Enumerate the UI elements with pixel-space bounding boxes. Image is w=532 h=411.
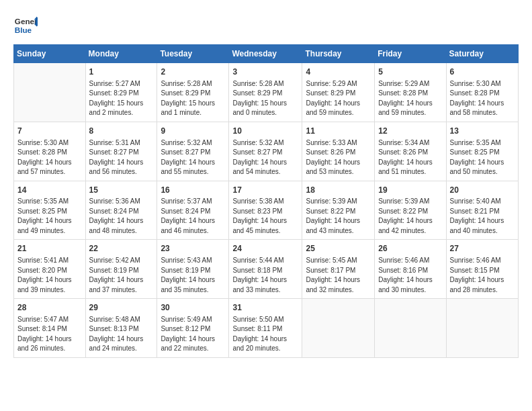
day-info: Sunrise: 5:40 AM Sunset: 8:21 PM Dayligh… <box>450 197 515 236</box>
calendar-cell <box>14 63 86 122</box>
calendar-cell: 25Sunrise: 5:45 AM Sunset: 8:17 PM Dayli… <box>302 240 375 299</box>
day-number: 3 <box>232 66 298 78</box>
calendar-header-row: SundayMondayTuesdayWednesdayThursdayFrid… <box>14 45 519 63</box>
column-header-tuesday: Tuesday <box>157 45 229 63</box>
column-header-sunday: Sunday <box>14 45 86 63</box>
day-number: 10 <box>232 126 298 137</box>
day-info: Sunrise: 5:36 AM Sunset: 8:24 PM Dayligh… <box>89 197 154 236</box>
day-info: Sunrise: 5:29 AM Sunset: 8:28 PM Dayligh… <box>378 79 442 118</box>
day-number: 7 <box>17 126 82 137</box>
day-info: Sunrise: 5:49 AM Sunset: 8:12 PM Dayligh… <box>161 315 225 354</box>
day-info: Sunrise: 5:41 AM Sunset: 8:20 PM Dayligh… <box>17 256 82 295</box>
day-info: Sunrise: 5:38 AM Sunset: 8:23 PM Dayligh… <box>232 197 298 236</box>
calendar-cell: 5Sunrise: 5:29 AM Sunset: 8:28 PM Daylig… <box>375 63 446 122</box>
day-number: 11 <box>306 126 371 137</box>
calendar-cell <box>375 299 446 358</box>
calendar-cell: 26Sunrise: 5:46 AM Sunset: 8:16 PM Dayli… <box>375 240 446 299</box>
calendar-cell: 4Sunrise: 5:29 AM Sunset: 8:29 PM Daylig… <box>302 63 375 122</box>
day-info: Sunrise: 5:29 AM Sunset: 8:29 PM Dayligh… <box>306 79 371 118</box>
day-number: 6 <box>450 66 515 78</box>
day-number: 15 <box>89 185 154 196</box>
day-number: 14 <box>17 185 82 196</box>
calendar-cell: 20Sunrise: 5:40 AM Sunset: 8:21 PM Dayli… <box>446 181 518 240</box>
calendar-cell: 12Sunrise: 5:34 AM Sunset: 8:26 PM Dayli… <box>375 122 446 181</box>
day-info: Sunrise: 5:28 AM Sunset: 8:29 PM Dayligh… <box>232 79 298 118</box>
calendar-cell: 21Sunrise: 5:41 AM Sunset: 8:20 PM Dayli… <box>14 240 86 299</box>
day-number: 1 <box>89 66 154 78</box>
day-info: Sunrise: 5:44 AM Sunset: 8:18 PM Dayligh… <box>232 256 298 295</box>
day-number: 23 <box>161 243 225 255</box>
calendar-cell: 18Sunrise: 5:39 AM Sunset: 8:22 PM Dayli… <box>302 181 375 240</box>
calendar-cell: 6Sunrise: 5:30 AM Sunset: 8:28 PM Daylig… <box>446 63 518 122</box>
day-number: 2 <box>161 66 225 78</box>
day-info: Sunrise: 5:32 AM Sunset: 8:27 PM Dayligh… <box>161 138 225 177</box>
day-number: 20 <box>450 185 515 196</box>
calendar-cell: 15Sunrise: 5:36 AM Sunset: 8:24 PM Dayli… <box>85 181 157 240</box>
calendar-cell: 14Sunrise: 5:35 AM Sunset: 8:25 PM Dayli… <box>14 181 86 240</box>
calendar-cell <box>302 299 375 358</box>
calendar-cell: 3Sunrise: 5:28 AM Sunset: 8:29 PM Daylig… <box>229 63 302 122</box>
day-info: Sunrise: 5:30 AM Sunset: 8:28 PM Dayligh… <box>17 138 82 177</box>
day-number: 5 <box>378 66 442 78</box>
day-info: Sunrise: 5:35 AM Sunset: 8:25 PM Dayligh… <box>17 197 82 236</box>
calendar-week-row: 28Sunrise: 5:47 AM Sunset: 8:14 PM Dayli… <box>14 299 519 358</box>
column-header-thursday: Thursday <box>302 45 375 63</box>
day-number: 25 <box>306 243 371 255</box>
day-info: Sunrise: 5:28 AM Sunset: 8:29 PM Dayligh… <box>161 79 225 118</box>
day-number: 19 <box>378 185 442 196</box>
day-number: 30 <box>161 302 225 314</box>
day-info: Sunrise: 5:43 AM Sunset: 8:19 PM Dayligh… <box>161 256 225 295</box>
day-number: 9 <box>161 126 225 137</box>
calendar-cell: 29Sunrise: 5:48 AM Sunset: 8:13 PM Dayli… <box>85 299 157 358</box>
column-header-wednesday: Wednesday <box>229 45 302 63</box>
calendar-cell: 31Sunrise: 5:50 AM Sunset: 8:11 PM Dayli… <box>229 299 302 358</box>
day-number: 21 <box>17 243 82 255</box>
calendar-week-row: 14Sunrise: 5:35 AM Sunset: 8:25 PM Dayli… <box>14 181 519 240</box>
calendar-cell: 19Sunrise: 5:39 AM Sunset: 8:22 PM Dayli… <box>375 181 446 240</box>
day-info: Sunrise: 5:37 AM Sunset: 8:24 PM Dayligh… <box>161 197 225 236</box>
day-number: 22 <box>89 243 154 255</box>
calendar-cell: 23Sunrise: 5:43 AM Sunset: 8:19 PM Dayli… <box>157 240 229 299</box>
day-number: 29 <box>89 302 154 314</box>
day-info: Sunrise: 5:48 AM Sunset: 8:13 PM Dayligh… <box>89 315 154 354</box>
day-info: Sunrise: 5:31 AM Sunset: 8:27 PM Dayligh… <box>89 138 154 177</box>
day-info: Sunrise: 5:47 AM Sunset: 8:14 PM Dayligh… <box>17 315 82 354</box>
calendar-week-row: 7Sunrise: 5:30 AM Sunset: 8:28 PM Daylig… <box>14 122 519 181</box>
svg-text:Blue: Blue <box>15 26 32 34</box>
calendar-cell: 2Sunrise: 5:28 AM Sunset: 8:29 PM Daylig… <box>157 63 229 122</box>
day-number: 18 <box>306 185 371 196</box>
day-number: 26 <box>378 243 442 255</box>
calendar-cell: 24Sunrise: 5:44 AM Sunset: 8:18 PM Dayli… <box>229 240 302 299</box>
day-number: 28 <box>17 302 82 314</box>
day-info: Sunrise: 5:42 AM Sunset: 8:19 PM Dayligh… <box>89 256 154 295</box>
day-number: 27 <box>450 243 515 255</box>
calendar-cell: 8Sunrise: 5:31 AM Sunset: 8:27 PM Daylig… <box>85 122 157 181</box>
calendar-cell: 27Sunrise: 5:46 AM Sunset: 8:15 PM Dayli… <box>446 240 518 299</box>
day-info: Sunrise: 5:50 AM Sunset: 8:11 PM Dayligh… <box>232 315 298 354</box>
day-number: 17 <box>232 185 298 196</box>
calendar-cell: 28Sunrise: 5:47 AM Sunset: 8:14 PM Dayli… <box>14 299 86 358</box>
svg-text:General: General <box>15 17 38 26</box>
calendar-cell: 11Sunrise: 5:33 AM Sunset: 8:26 PM Dayli… <box>302 122 375 181</box>
day-info: Sunrise: 5:27 AM Sunset: 8:29 PM Dayligh… <box>89 79 154 118</box>
calendar-cell: 10Sunrise: 5:32 AM Sunset: 8:27 PM Dayli… <box>229 122 302 181</box>
day-number: 24 <box>232 243 298 255</box>
calendar-cell: 16Sunrise: 5:37 AM Sunset: 8:24 PM Dayli… <box>157 181 229 240</box>
day-info: Sunrise: 5:46 AM Sunset: 8:15 PM Dayligh… <box>450 256 515 295</box>
day-info: Sunrise: 5:34 AM Sunset: 8:26 PM Dayligh… <box>378 138 442 177</box>
calendar-cell: 30Sunrise: 5:49 AM Sunset: 8:12 PM Dayli… <box>157 299 229 358</box>
day-info: Sunrise: 5:30 AM Sunset: 8:28 PM Dayligh… <box>450 79 515 118</box>
calendar-cell: 13Sunrise: 5:35 AM Sunset: 8:25 PM Dayli… <box>446 122 518 181</box>
calendar-week-row: 21Sunrise: 5:41 AM Sunset: 8:20 PM Dayli… <box>14 240 519 299</box>
day-info: Sunrise: 5:45 AM Sunset: 8:17 PM Dayligh… <box>306 256 371 295</box>
day-info: Sunrise: 5:33 AM Sunset: 8:26 PM Dayligh… <box>306 138 371 177</box>
day-info: Sunrise: 5:32 AM Sunset: 8:27 PM Dayligh… <box>232 138 298 177</box>
day-number: 13 <box>450 126 515 137</box>
calendar-cell: 1Sunrise: 5:27 AM Sunset: 8:29 PM Daylig… <box>85 63 157 122</box>
day-number: 16 <box>161 185 225 196</box>
day-number: 4 <box>306 66 371 78</box>
day-info: Sunrise: 5:39 AM Sunset: 8:22 PM Dayligh… <box>306 197 371 236</box>
column-header-monday: Monday <box>85 45 157 63</box>
calendar-cell: 17Sunrise: 5:38 AM Sunset: 8:23 PM Dayli… <box>229 181 302 240</box>
day-number: 12 <box>378 126 442 137</box>
